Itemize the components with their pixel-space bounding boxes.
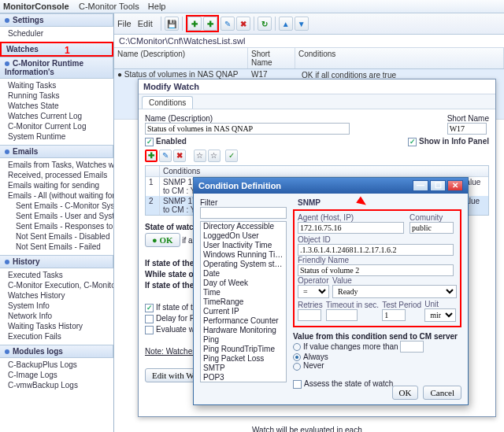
refresh-icon[interactable]: ↻: [258, 17, 272, 31]
menu-help[interactable]: Help: [148, 2, 166, 11]
max-icon[interactable]: ☐: [430, 180, 446, 191]
radio-changes[interactable]: [293, 343, 301, 351]
sidebar-item[interactable]: Running Tasks: [8, 90, 113, 101]
name-input[interactable]: [145, 123, 350, 135]
type-list-item[interactable]: Directory Accessible: [201, 222, 286, 231]
sidebar-item[interactable]: Watches History: [8, 290, 113, 301]
sidebar-item[interactable]: Watches Current Log: [8, 111, 113, 121]
period-input[interactable]: [382, 309, 406, 321]
grid-header: Name (Description) Short Name Conditions: [114, 48, 504, 69]
tab-conditions[interactable]: Conditions: [142, 96, 193, 109]
save-icon[interactable]: 💾: [165, 17, 179, 31]
sidebar-item[interactable]: Not Sent Emails - Failed: [8, 242, 113, 252]
sidebar-item[interactable]: Waiting Tasks History: [8, 321, 113, 331]
sidebar-item[interactable]: Sent Emails - C-Monitor System Messages: [8, 201, 113, 211]
agent-input[interactable]: [298, 222, 404, 234]
chk-delay[interactable]: [145, 315, 154, 323]
cond-edit-icon[interactable]: ✎: [159, 150, 172, 162]
close-icon[interactable]: ✕: [447, 180, 463, 191]
unit-select[interactable]: min: [424, 308, 456, 322]
sidebar-item[interactable]: C-vmwBackup Logs: [8, 380, 113, 390]
edit-icon[interactable]: ✎: [220, 17, 235, 31]
type-list-item[interactable]: LoggedOn User: [201, 231, 286, 241]
cond-del-icon[interactable]: ✖: [173, 150, 186, 162]
objectid-input[interactable]: [298, 244, 454, 256]
radio-never[interactable]: [293, 363, 301, 371]
type-list-item[interactable]: TimeRange: [201, 297, 286, 307]
sidebar-item[interactable]: Received, processed Emails: [8, 170, 113, 180]
min-icon[interactable]: —: [413, 180, 428, 191]
community-input[interactable]: [410, 222, 454, 234]
delete-icon[interactable]: ✖: [236, 17, 250, 31]
type-list-item[interactable]: Day of Week: [201, 279, 286, 288]
sidebar-item[interactable]: System Info: [8, 301, 113, 311]
sidebar-item[interactable]: Not Sent Emails - Disabled: [8, 231, 113, 242]
type-list-item[interactable]: Windows Running Time: [201, 250, 286, 260]
changes-input[interactable]: [400, 341, 424, 353]
toolbar-edit[interactable]: Edit: [138, 19, 153, 28]
ok-button[interactable]: OK: [392, 386, 419, 400]
type-list[interactable]: Directory AccessibleLoggedOn UserUser In…: [200, 221, 287, 382]
type-list-item[interactable]: Ping Packet Loss: [201, 354, 286, 364]
sidebar-item[interactable]: Sent Emails - User and System tasks Resu…: [8, 211, 113, 221]
cond-add-icon[interactable]: ✚: [145, 150, 158, 162]
app-title: MonitorConsole: [3, 2, 69, 11]
type-list-item[interactable]: Ping RoundTripTime: [201, 345, 286, 354]
sidebar-item[interactable]: Emails from Tasks, Watches waiting for s…: [8, 160, 113, 170]
sidebar-item[interactable]: Emails - All (without waiting for sendin…: [8, 190, 113, 201]
sidebar-item[interactable]: Watches State: [8, 101, 113, 111]
sidebar-item[interactable]: Waiting Tasks: [8, 80, 113, 90]
sidebar-item[interactable]: Sent Emails - Responses to CM queries: [8, 221, 113, 231]
sidebar-item[interactable]: System Runtime: [8, 131, 113, 142]
panel-emails[interactable]: Emails: [0, 145, 113, 158]
sidebar-item[interactable]: Network Info: [8, 311, 113, 321]
chk-state[interactable]: ✓: [145, 304, 154, 312]
menu-tools[interactable]: C-Monitor Tools: [79, 2, 139, 11]
panel-history[interactable]: History: [0, 255, 113, 268]
cancel-button[interactable]: Cancel: [423, 386, 461, 400]
timeout-input[interactable]: [326, 309, 358, 321]
type-list-item[interactable]: Time: [201, 288, 286, 297]
operator-select[interactable]: =: [298, 285, 329, 298]
sidebar-item-watches[interactable]: Watches 1: [0, 42, 113, 57]
panel-runtime[interactable]: C-Monitor Runtime Information's: [0, 57, 113, 79]
chk-eval[interactable]: [145, 326, 154, 334]
panel-settings[interactable]: Settings: [0, 13, 113, 27]
toolbar-file[interactable]: File: [117, 19, 132, 28]
friendly-input[interactable]: [298, 264, 454, 276]
showinfo-checkbox[interactable]: ✓: [408, 138, 417, 146]
type-list-item[interactable]: Current IP: [201, 307, 286, 316]
assess-checkbox[interactable]: [293, 380, 302, 389]
add-icon[interactable]: ✚: [187, 17, 202, 31]
cond-down-icon[interactable]: ☆: [208, 150, 220, 162]
sidebar-item[interactable]: C-BackupPlus Logs: [8, 360, 113, 370]
enabled-checkbox[interactable]: ✓: [145, 138, 154, 146]
cond-up-icon[interactable]: ☆: [194, 150, 206, 162]
panel-modules[interactable]: Modules logs: [0, 345, 113, 358]
cond-check-icon[interactable]: ✓: [225, 150, 238, 162]
sidebar-item[interactable]: C-Monitor Execution, C-Monitor Log Histo…: [8, 280, 113, 290]
type-list-item[interactable]: Performance Counter: [201, 316, 286, 326]
type-list-item[interactable]: Operating System started: [201, 260, 286, 269]
sidebar-item[interactable]: C-Image Logs: [8, 370, 113, 380]
retries-input[interactable]: [298, 309, 321, 321]
state-ok-button[interactable]: ● OK: [145, 233, 180, 247]
down-icon[interactable]: ▼: [295, 17, 309, 31]
sidebar-item-scheduler[interactable]: Scheduler: [8, 28, 113, 39]
sidebar-item[interactable]: Executed Tasks: [8, 270, 113, 280]
type-list-item[interactable]: Hardware Monitoring: [201, 326, 286, 335]
up-icon[interactable]: ▲: [279, 17, 293, 31]
value-select[interactable]: Ready: [332, 285, 457, 298]
add-wizard-icon[interactable]: ✚: [203, 17, 217, 31]
type-list-item[interactable]: Ping: [201, 335, 286, 345]
sidebar-item[interactable]: Emails waiting for sending: [8, 180, 113, 190]
filter-input[interactable]: [200, 207, 287, 219]
sidebar-item[interactable]: Execution Fails: [8, 331, 113, 342]
type-list-item[interactable]: Date: [201, 269, 286, 279]
sidebar-item[interactable]: C-Monitor Current Log: [8, 121, 113, 131]
type-list-item[interactable]: User Inactivity Time: [201, 241, 286, 250]
short-input[interactable]: [447, 123, 487, 135]
type-list-item[interactable]: SMTP: [201, 364, 286, 373]
radio-always[interactable]: [293, 353, 301, 361]
type-list-item[interactable]: POP3: [201, 373, 286, 382]
